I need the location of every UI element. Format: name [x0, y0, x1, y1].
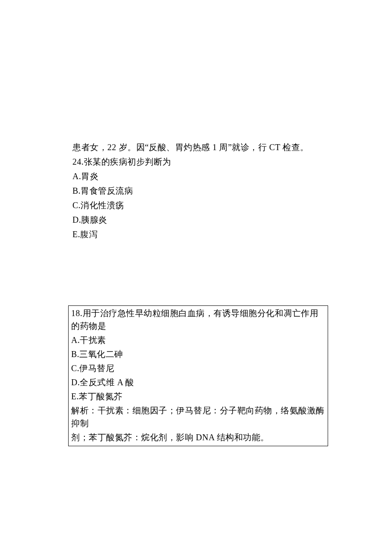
option-b: B.胃食管反流病 — [72, 184, 324, 197]
option-c: C.消化性溃疡 — [72, 199, 324, 212]
question-18-stem: 18.用于治疗急性早幼粒细胞白血病，有诱导细胞分化和凋亡作用的药物是 — [71, 307, 325, 332]
question-block-18: 18.用于治疗急性早幼粒细胞白血病，有诱导细胞分化和凋亡作用的药物是 A.干扰素… — [68, 305, 328, 446]
option-e: E.腹泻 — [72, 228, 324, 241]
option-e: E.苯丁酸氮芥 — [71, 390, 325, 403]
option-d: D.胰腺炎 — [72, 213, 324, 226]
option-d: D.全反式维 A 酸 — [71, 376, 325, 389]
case-stem: 患者女，22 岁。因“反酸、胃灼热感 1 周”就诊，行 CT 检查。 — [72, 141, 324, 154]
option-a: A.胃炎 — [72, 170, 324, 183]
explanation-line-2: 剂；苯丁酸氮芥：烷化剂，影响 DNA 结构和功能。 — [71, 431, 325, 444]
option-a: A.干扰素 — [71, 334, 325, 346]
question-24-stem: 24.张某的疾病初步判断为 — [72, 155, 324, 168]
option-c: C.伊马替尼 — [71, 362, 325, 375]
question-block-24: 患者女，22 岁。因“反酸、胃灼热感 1 周”就诊，行 CT 检查。 24.张某… — [72, 141, 324, 242]
explanation-line-1: 解析：干扰素：细胞因子；伊马替尼：分子靶向药物，络氨酸激酶抑制 — [71, 404, 325, 430]
option-b: B.三氧化二砷 — [71, 348, 325, 360]
